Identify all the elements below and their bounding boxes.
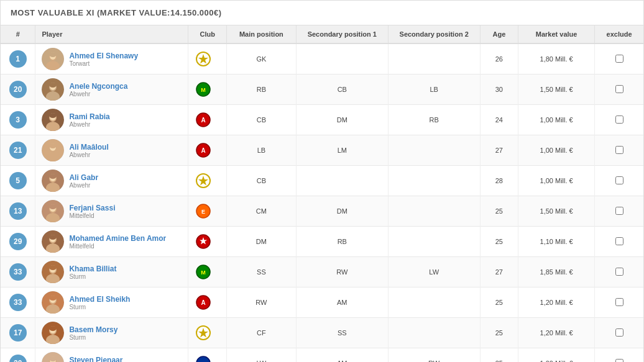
market-value-cell: 1,00 Mill. € (518, 105, 595, 135)
svg-point-70 (49, 356, 57, 361)
player-number-badge: 17 (9, 324, 27, 342)
player-info-cell: Khama Billiat Sturm (35, 257, 188, 287)
table-row: 3 Rami Rabia Abwehr A CB DM RB 24 1,00 M… (1, 105, 643, 135)
sec-pos2-cell: RB (388, 105, 480, 135)
club-logo (195, 172, 212, 189)
exclude-checkbox[interactable] (615, 146, 623, 154)
player-name[interactable]: Ali Gabr (69, 173, 98, 182)
player-number-badge: 33 (9, 263, 27, 281)
player-info-cell: Basem Morsy Sturm (35, 318, 188, 348)
player-number-badge: 20 (9, 81, 27, 98)
players-table: # Player Club Main position Secondary po… (1, 25, 643, 362)
age-cell: 25 (480, 318, 518, 348)
club-logo (195, 324, 212, 342)
exclude-cell[interactable] (595, 227, 643, 257)
exclude-cell[interactable] (595, 196, 643, 227)
player-name[interactable]: Ahmed El Sheikh (69, 295, 130, 304)
player-info: Anele Ngcongca Abwehr (42, 78, 182, 101)
player-text: Basem Morsy Sturm (69, 325, 117, 341)
club-cell (188, 43, 227, 75)
sec-pos2-cell: RW (388, 348, 480, 363)
player-text: Mohamed Amine Ben Amor Mittelfeld (69, 234, 166, 250)
col-age: Age (480, 25, 518, 43)
sec-pos1-cell (296, 166, 388, 196)
player-number-cell: 1 (1, 43, 35, 75)
table-row: 17 Basem Morsy Sturm CF SS 25 1,20 Mill.… (1, 318, 643, 348)
player-number-badge: 13 (9, 202, 27, 220)
player-name[interactable]: Ferjani Sassi (69, 204, 115, 212)
exclude-checkbox[interactable] (615, 176, 623, 184)
club-logo (195, 50, 212, 68)
sec-pos1-cell: RB (296, 227, 388, 257)
svg-text:A: A (201, 117, 206, 124)
player-number-cell: 33 (1, 287, 35, 318)
sec-pos1-cell: SS (296, 318, 388, 348)
exclude-cell[interactable] (595, 135, 643, 166)
player-name[interactable]: Rami Rabia (69, 112, 109, 121)
age-cell: 35 (480, 348, 518, 363)
svg-point-17 (49, 113, 57, 118)
exclude-checkbox[interactable] (615, 115, 623, 124)
club-cell: A (188, 287, 227, 318)
player-name[interactable]: Basem Morsy (69, 325, 117, 334)
exclude-checkbox[interactable] (615, 328, 623, 337)
exclude-cell[interactable] (595, 43, 643, 75)
sec-pos2-cell: LB (388, 75, 480, 105)
player-name[interactable]: Anele Ngcongca (69, 82, 127, 91)
player-info-cell: Mohamed Amine Ben Amor Mittelfeld (35, 227, 188, 257)
page-title: MOST VALUABLE XI (MARKET VALUE:14.150.00… (1, 1, 643, 25)
sec-pos2-cell: LW (388, 257, 480, 287)
market-value-cell: 1,50 Mill. € (518, 196, 595, 227)
player-number-badge: 20 (9, 355, 27, 362)
sec-pos1-cell: LM (296, 135, 388, 166)
main-pos-cell: CM (226, 196, 296, 227)
col-number: # (1, 25, 35, 43)
svg-point-31 (49, 174, 57, 179)
svg-point-10 (49, 83, 57, 88)
exclude-checkbox[interactable] (615, 207, 623, 215)
club-cell: E (188, 196, 227, 227)
exclude-cell[interactable] (595, 105, 643, 135)
player-name[interactable]: Steven Pienaar (69, 356, 122, 363)
player-info: Khama Billiat Sturm (42, 261, 182, 283)
player-name[interactable]: Mohamed Amine Ben Amor (69, 234, 166, 243)
exclude-checkbox[interactable] (615, 237, 623, 245)
club-cell: A (188, 105, 227, 135)
avatar (42, 291, 64, 314)
exclude-cell[interactable] (595, 348, 643, 363)
main-pos-cell: CF (226, 318, 296, 348)
exclude-checkbox[interactable] (615, 298, 623, 306)
player-position-label: Mittelfeld (69, 212, 115, 219)
player-number-badge: 21 (9, 142, 27, 159)
club-cell (188, 166, 227, 196)
player-info-cell: Ahmed El Shenawy Torwart (35, 43, 188, 75)
player-name[interactable]: Ahmed El Shenawy (69, 52, 138, 60)
exclude-cell[interactable] (595, 257, 643, 287)
svg-text:E: E (201, 209, 205, 215)
exclude-checkbox[interactable] (615, 359, 623, 363)
main-pos-cell: CB (226, 166, 296, 196)
player-info: Ahmed El Sheikh Sturm (42, 291, 182, 314)
exclude-checkbox[interactable] (615, 85, 623, 93)
exclude-cell[interactable] (595, 318, 643, 348)
player-info-cell: Anele Ngcongca Abwehr (35, 75, 188, 105)
player-position-label: Abwehr (69, 121, 109, 128)
exclude-cell[interactable] (595, 75, 643, 105)
svg-point-44 (49, 235, 57, 240)
player-number-cell: 29 (1, 227, 35, 257)
player-text: Ferjani Sassi Mittelfeld (69, 204, 115, 219)
exclude-checkbox[interactable] (615, 268, 623, 276)
exclude-cell[interactable] (595, 166, 643, 196)
col-club: Club (188, 25, 227, 43)
player-name[interactable]: Khama Billiat (69, 265, 116, 273)
avatar (42, 200, 64, 222)
table-row: 33 Ahmed El Sheikh Sturm A RW AM 25 1,20… (1, 287, 643, 318)
age-cell: 27 (480, 257, 518, 287)
avatar (42, 170, 64, 192)
exclude-checkbox[interactable] (615, 55, 623, 63)
players-tbody: 1 Ahmed El Shenawy Torwart GK 26 1,80 Mi… (1, 43, 643, 362)
player-name[interactable]: Ali Maâloul (69, 143, 108, 152)
player-position-label: Sturm (69, 334, 117, 341)
sec-pos1-cell (296, 43, 388, 75)
exclude-cell[interactable] (595, 287, 643, 318)
